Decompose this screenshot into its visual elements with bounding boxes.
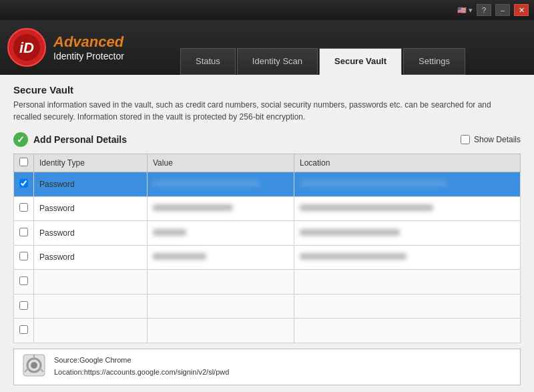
cell-location [294,221,521,246]
cell-value [148,172,294,197]
table-row[interactable]: Password [14,172,521,197]
cell-identity-type: Password [34,221,148,246]
cell-value [148,319,294,343]
row-checkbox[interactable] [19,276,28,285]
table-row[interactable] [14,270,521,295]
info-text: Source:Google Chrome Location:https://ac… [54,355,229,378]
show-details-checkbox[interactable] [461,135,470,144]
add-personal-label: Add Personal Details [33,134,127,145]
page-title: Secure Vault [13,84,521,95]
header-identity-type: Identity Type [34,154,148,172]
svg-point-5 [31,362,37,369]
tab-identity-scan[interactable]: Identity Scan [237,48,318,75]
tab-status[interactable]: Status [180,48,236,75]
table-body: PasswordPasswordPasswordPassword [14,172,521,343]
row-checkbox[interactable] [19,301,28,310]
cell-identity-type [34,270,148,295]
select-all-checkbox[interactable] [19,158,28,166]
cell-value [148,294,294,319]
nav-tabs: StatusIdentity ScanSecure VaultSettings [180,20,534,75]
cell-value [148,270,294,295]
table-row[interactable] [14,294,521,319]
titlebar: 🇺🇸 ▾ ? – ✕ [0,0,534,20]
header-location: Location [294,154,521,172]
flag-dropdown-icon: ▾ [469,6,473,15]
app-title-advanced: Advanced [53,33,124,51]
row-checkbox[interactable] [19,325,28,334]
tab-settings[interactable]: Settings [403,48,465,75]
row-checkbox[interactable] [19,203,28,212]
table-header-row: Identity Type Value Location [14,154,521,172]
cell-location [294,270,521,295]
row-checkbox[interactable] [19,228,28,236]
svg-text:iD: iD [19,39,34,56]
cell-value [148,196,294,221]
show-details-area: Show Details [461,135,521,144]
app-title-subtitle: Identity Protector [53,51,124,61]
main-content: Secure Vault Personal information saved … [0,75,534,392]
cell-identity-type: Password [34,245,148,270]
cell-value [148,245,294,270]
cell-location [294,196,521,221]
cell-location [294,245,521,270]
page-description: Personal information saved in the vault,… [13,99,521,123]
add-personal-details-button[interactable]: ✓ Add Personal Details [13,132,127,147]
info-panel: Source:Google Chrome Location:https://ac… [13,349,521,385]
cell-identity-type [34,319,148,343]
row-checkbox[interactable] [19,179,28,188]
table-row[interactable]: Password [14,196,521,221]
close-button[interactable]: ✕ [514,4,529,16]
cell-location [294,172,521,197]
cell-location [294,294,521,319]
flag-icon: 🇺🇸 [457,6,467,15]
chrome-icon [21,355,47,376]
help-button[interactable]: ? [477,4,491,16]
show-details-label[interactable]: Show Details [474,135,521,144]
app-header: iD Advanced Identity Protector StatusIde… [0,20,534,75]
tab-secure-vault[interactable]: Secure Vault [319,48,402,75]
table-row[interactable] [14,319,521,343]
info-location: Location:https://accounts.google.com/sig… [54,367,229,379]
info-source: Source:Google Chrome [54,355,229,367]
language-flag: 🇺🇸 ▾ [457,6,473,15]
identity-table: Identity Type Value Location PasswordPas… [13,154,521,343]
header-checkbox-cell [14,154,34,172]
cell-identity-type: Password [34,172,148,197]
table-row[interactable]: Password [14,221,521,246]
row-checkbox[interactable] [19,252,28,260]
header-value: Value [148,154,294,172]
table-row[interactable]: Password [14,245,521,270]
app-logo-icon: iD [7,27,47,67]
logo-area: iD Advanced Identity Protector [7,27,180,67]
cell-location [294,319,521,343]
cell-value [148,221,294,246]
add-row: ✓ Add Personal Details Show Details [13,132,521,147]
app-title: Advanced Identity Protector [53,33,124,61]
cell-identity-type [34,294,148,319]
minimize-button[interactable]: – [495,4,510,16]
cell-identity-type: Password [34,196,148,221]
add-icon: ✓ [13,132,28,147]
